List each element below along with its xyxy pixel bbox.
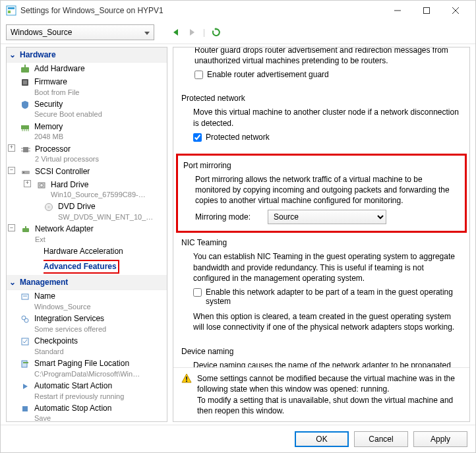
nic-teaming-checkbox[interactable]	[193, 288, 202, 297]
svg-rect-10	[21, 67, 29, 73]
cancel-button[interactable]: Cancel	[354, 431, 408, 447]
hard-drive-icon	[36, 180, 47, 191]
svg-rect-13	[23, 80, 27, 84]
category-hardware[interactable]: ⌄Hardware	[7, 47, 167, 63]
dialog-footer: OK Cancel Apply	[1, 425, 475, 452]
svg-rect-40	[22, 406, 28, 411]
sidebar-item-name[interactable]: NameWindows_Source	[7, 290, 167, 313]
svg-rect-1	[8, 7, 15, 9]
apply-button[interactable]: Apply	[413, 431, 467, 447]
router-guard-desc: Router guard drops router advertisement …	[194, 47, 461, 66]
svg-marker-39	[23, 384, 28, 389]
toolbar: Windows_Source |	[1, 20, 475, 44]
sidebar-item-add-hardware[interactable]: Add Hardware	[7, 63, 167, 76]
svg-rect-43	[186, 380, 187, 382]
protected-network-checkbox[interactable]	[193, 133, 202, 142]
paging-icon	[20, 359, 30, 369]
ok-button[interactable]: OK	[295, 431, 349, 447]
dvd-icon	[44, 202, 54, 212]
svg-rect-19	[23, 147, 28, 152]
device-naming-title: Device naming	[181, 346, 461, 357]
sidebar-item-network-adapter[interactable]: −Network AdapterExt	[7, 223, 167, 245]
collapse-icon[interactable]: −	[8, 167, 15, 174]
nav-back-button[interactable]	[171, 28, 181, 37]
sidebar-item-processor[interactable]: +Processor2 Virtual processors	[7, 143, 167, 166]
sidebar-item-auto-stop[interactable]: Automatic Stop ActionSave	[7, 402, 167, 422]
sidebar-item-hard-drive[interactable]: +Hard DriveWin10_Source_67599C89-CC1...	[7, 179, 167, 201]
refresh-button[interactable]	[212, 28, 221, 37]
warning-row: Some settings cannot be modified because…	[173, 367, 469, 421]
router-guard-checkbox[interactable]	[194, 71, 203, 79]
sidebar-item-security[interactable]: SecuritySecure Boot enabled	[7, 98, 167, 121]
port-mirroring-group: Port mirroring Port mirroring allows the…	[176, 154, 467, 233]
svg-rect-24	[22, 171, 30, 174]
minimize-button[interactable]	[383, 1, 412, 20]
start-action-icon	[20, 381, 30, 392]
vm-selector[interactable]: Windows_Source	[6, 24, 154, 40]
svg-marker-7	[173, 29, 178, 36]
port-mirroring-title: Port mirroring	[183, 160, 460, 171]
sidebar-item-auto-start[interactable]: Automatic Start ActionRestart if previou…	[7, 380, 167, 402]
category-management[interactable]: ⌄Management	[7, 275, 167, 290]
network-icon	[20, 224, 31, 235]
sidebar-item-checkpoints[interactable]: CheckpointsStandard	[7, 335, 167, 357]
svg-point-35	[24, 318, 28, 322]
expand-icon[interactable]: +	[24, 180, 31, 187]
sidebar-item-dvd-drive[interactable]: DVD DriveSW_DVD5_WIN_ENT_10_1607...	[7, 200, 167, 223]
add-hardware-icon	[20, 64, 30, 75]
app-icon	[6, 5, 16, 16]
sidebar-item-memory[interactable]: Memory2048 MB	[7, 121, 167, 143]
collapse-icon: ⌄	[9, 278, 16, 287]
svg-point-25	[23, 171, 24, 173]
maximize-button[interactable]	[412, 1, 441, 20]
svg-rect-14	[21, 125, 29, 129]
stop-action-icon	[20, 404, 30, 414]
close-button[interactable]	[441, 1, 470, 20]
warning-text: Some settings cannot be modified because…	[197, 373, 461, 416]
sidebar-item-smart-paging[interactable]: Smart Paging File LocationC:\ProgramData…	[7, 357, 167, 380]
checkpoint-icon	[20, 336, 30, 347]
sidebar-item-firmware[interactable]: FirmwareBoot from File	[7, 76, 167, 98]
collapse-icon: ⌄	[9, 50, 16, 59]
protected-network-label: Protected network	[206, 133, 270, 142]
expand-icon[interactable]: +	[8, 144, 15, 152]
svg-rect-30	[22, 228, 29, 232]
content-panel: Router guard drops router advertisement …	[173, 47, 470, 422]
nic-teaming-desc: You can establish NIC Teaming in the gue…	[193, 251, 461, 284]
chevron-down-icon	[144, 28, 150, 37]
processor-icon	[20, 144, 31, 155]
svg-marker-9	[214, 28, 216, 30]
svg-rect-11	[24, 65, 26, 67]
settings-tree[interactable]: ⌄Hardware Add Hardware FirmwareBoot from…	[6, 47, 167, 422]
title-bar: Settings for Windows_Source on HYPV1	[1, 1, 475, 20]
warning-icon	[181, 373, 192, 386]
window-title: Settings for Windows_Source on HYPV1	[20, 6, 383, 15]
name-icon	[20, 291, 30, 302]
nic-teaming-label: Enable this network adapter to be part o…	[206, 287, 461, 306]
nav-forward-button[interactable]	[187, 28, 196, 37]
svg-rect-2	[8, 11, 11, 13]
svg-rect-37	[22, 361, 27, 367]
device-naming-desc: Device naming causes the name of the net…	[193, 360, 461, 367]
nic-teaming-note: When this option is cleared, a team crea…	[193, 311, 461, 332]
sidebar-item-scsi[interactable]: −SCSI Controller	[7, 166, 167, 179]
protected-network-desc: Move this virtual machine to another clu…	[193, 107, 461, 128]
sidebar-item-advanced-features[interactable]: Advanced Features	[7, 258, 167, 276]
mirroring-mode-select[interactable]: Source	[268, 210, 386, 224]
port-mirroring-desc: Port mirroring allows the network traffi…	[195, 174, 460, 206]
svg-rect-38	[23, 362, 28, 363]
svg-rect-4	[424, 8, 430, 14]
svg-rect-42	[186, 377, 187, 380]
controller-icon	[20, 167, 31, 177]
firmware-icon	[20, 77, 30, 88]
collapse-icon[interactable]: −	[8, 224, 15, 231]
memory-icon	[20, 122, 30, 133]
protected-network-title: Protected network	[181, 92, 461, 104]
shield-icon	[20, 100, 30, 110]
sidebar-item-integration[interactable]: Integration ServicesSome services offere…	[7, 313, 167, 335]
sidebar-item-hw-accel[interactable]: Hardware Acceleration	[7, 245, 167, 258]
svg-point-27	[40, 183, 44, 187]
nic-teaming-title: NIC Teaming	[181, 237, 461, 249]
svg-point-29	[48, 206, 50, 208]
svg-rect-32	[22, 294, 28, 299]
